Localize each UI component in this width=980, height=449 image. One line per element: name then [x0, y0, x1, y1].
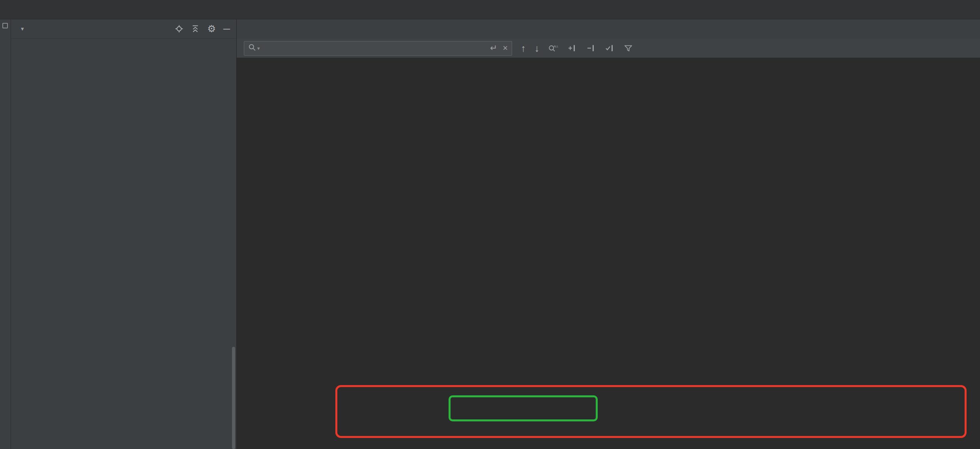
gear-icon[interactable]: ⚙ [207, 24, 216, 34]
hide-panel-icon[interactable]: ─ [223, 24, 230, 34]
project-view-selector[interactable]: ▾ [17, 25, 24, 32]
clear-search-icon[interactable]: × [503, 43, 508, 53]
search-input[interactable]: ▾ ↵ × [244, 41, 512, 56]
code-editor[interactable] [237, 58, 980, 449]
select-all-occurrences-icon[interactable] [605, 43, 615, 53]
tool-window-icon[interactable] [2, 23, 8, 28]
filter-icon[interactable] [624, 44, 633, 53]
remove-occurrence-icon[interactable] [586, 43, 596, 53]
editor-column: ▾ ↵ × ↑ ↓ ALL [236, 19, 980, 449]
svg-text:ALL: ALL [554, 45, 558, 48]
editor-tabs [237, 19, 980, 39]
search-history-icon[interactable]: ▾ [257, 45, 260, 51]
add-occurrence-icon[interactable] [567, 43, 577, 53]
find-bar: ▾ ↵ × ↑ ↓ ALL [237, 39, 980, 58]
locate-icon[interactable] [175, 24, 183, 33]
tool-window-bar [0, 19, 11, 449]
prev-match-icon[interactable]: ↑ [521, 43, 526, 53]
project-panel: ▾ ⚙ ─ [11, 19, 236, 449]
find-all-icon[interactable]: ALL [548, 44, 558, 53]
tree-scrollbar[interactable] [232, 347, 235, 449]
newline-icon[interactable]: ↵ [490, 43, 497, 53]
search-icon [248, 43, 256, 53]
next-match-icon[interactable]: ↓ [535, 43, 540, 53]
collapse-all-icon[interactable] [191, 24, 200, 33]
chevron-down-icon: ▾ [21, 25, 24, 32]
project-panel-header: ▾ ⚙ ─ [11, 19, 236, 39]
breadcrumb [0, 0, 980, 19]
ide-window: ▾ ⚙ ─ ▾ ↵ × ↑ ↓ [0, 0, 980, 449]
